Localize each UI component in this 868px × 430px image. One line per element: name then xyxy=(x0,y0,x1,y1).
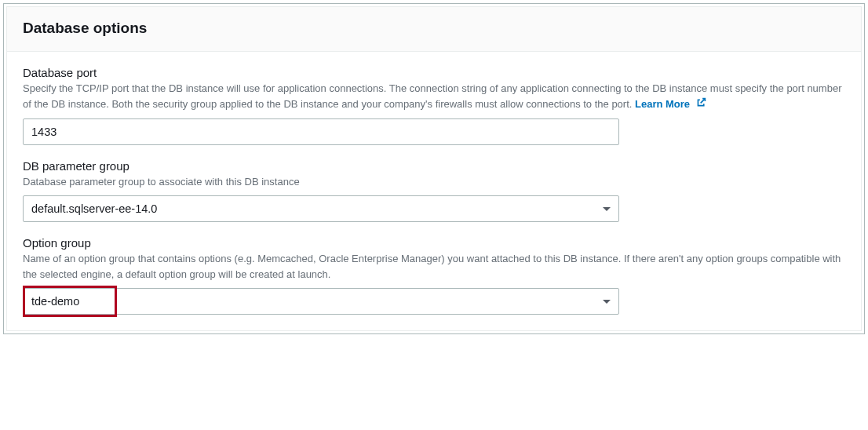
db-parameter-group-description: Database parameter group to associate wi… xyxy=(23,174,845,190)
database-port-field: Database port Specify the TCP/IP port th… xyxy=(23,66,845,145)
db-parameter-group-label: DB parameter group xyxy=(23,159,845,173)
option-group-select[interactable]: tde-demo xyxy=(23,288,619,315)
database-port-description: Specify the TCP/IP port that the DB inst… xyxy=(23,81,845,112)
db-parameter-group-field: DB parameter group Database parameter gr… xyxy=(23,159,845,223)
db-parameter-group-select-wrap: default.sqlserver-ee-14.0 xyxy=(23,195,619,222)
option-group-field: Option group Name of an option group tha… xyxy=(23,236,845,315)
panel-title: Database options xyxy=(23,20,845,37)
panel-header: Database options xyxy=(7,7,861,52)
learn-more-link[interactable]: Learn More xyxy=(635,98,706,110)
external-link-icon xyxy=(696,97,706,112)
database-options-panel: Database options Database port Specify t… xyxy=(6,6,862,331)
database-port-input[interactable] xyxy=(23,118,619,145)
option-group-label: Option group xyxy=(23,236,845,250)
option-group-select-wrap: tde-demo xyxy=(23,288,619,315)
db-parameter-group-select[interactable]: default.sqlserver-ee-14.0 xyxy=(23,195,619,222)
database-port-label: Database port xyxy=(23,66,845,79)
outer-container: Database options Database port Specify t… xyxy=(3,3,865,334)
panel-body: Database port Specify the TCP/IP port th… xyxy=(7,52,861,330)
option-group-description: Name of an option group that contains op… xyxy=(23,251,845,282)
